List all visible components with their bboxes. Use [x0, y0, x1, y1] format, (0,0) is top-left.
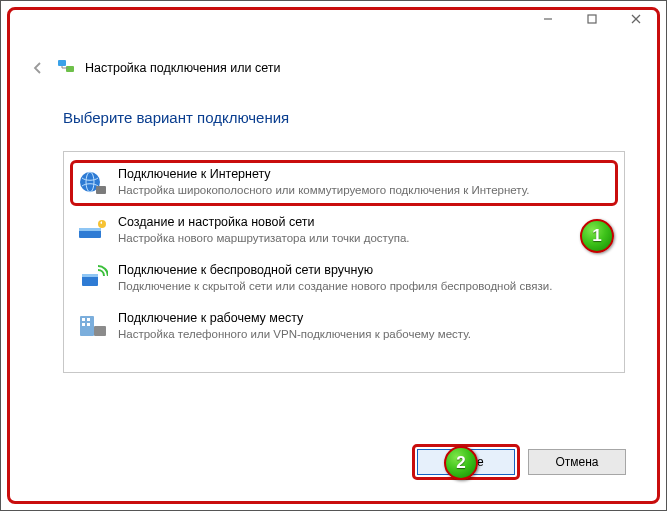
option-desc: Настройка широкополосного или коммутируе… — [118, 183, 529, 197]
option-desc: Настройка нового маршрутизатора или точк… — [118, 231, 410, 245]
wizard-title: Настройка подключения или сети — [85, 61, 281, 75]
svg-rect-4 — [58, 60, 66, 66]
svg-rect-19 — [94, 326, 106, 336]
maximize-button[interactable] — [570, 5, 614, 33]
option-internet-connection[interactable]: Подключение к Интернету Настройка широко… — [70, 160, 618, 206]
titlebar — [1, 1, 666, 37]
svg-rect-18 — [87, 323, 90, 326]
wizard-header: Настройка подключения или сети — [29, 57, 638, 78]
option-title: Подключение к Интернету — [118, 167, 529, 182]
option-wireless-manual[interactable]: Подключение к беспроводной сети вручную … — [70, 256, 618, 302]
options-panel: Подключение к Интернету Настройка широко… — [63, 151, 625, 373]
cancel-button[interactable]: Отмена — [528, 449, 626, 475]
workplace-icon — [76, 310, 108, 342]
callout-badge-2: 2 — [444, 446, 478, 480]
back-arrow-icon[interactable] — [29, 59, 47, 77]
svg-rect-8 — [96, 186, 106, 194]
svg-rect-5 — [66, 66, 74, 72]
option-desc: Подключение к скрытой сети или создание … — [118, 279, 552, 293]
option-title: Подключение к рабочему месту — [118, 311, 471, 326]
svg-rect-15 — [82, 318, 85, 321]
svg-rect-16 — [87, 318, 90, 321]
close-button[interactable] — [614, 5, 658, 33]
option-desc: Настройка телефонного или VPN-подключени… — [118, 327, 471, 341]
network-wizard-icon — [57, 57, 75, 78]
wireless-icon — [76, 262, 108, 294]
svg-rect-10 — [79, 228, 101, 231]
svg-rect-17 — [82, 323, 85, 326]
minimize-button[interactable] — [526, 5, 570, 33]
callout-badge-1: 1 — [580, 219, 614, 253]
option-title: Создание и настройка новой сети — [118, 215, 410, 230]
page-heading: Выберите вариант подключения — [63, 109, 289, 126]
option-title: Подключение к беспроводной сети вручную — [118, 263, 552, 278]
option-workplace[interactable]: Подключение к рабочему месту Настройка т… — [70, 304, 618, 350]
wizard-window: Настройка подключения или сети Выберите … — [0, 0, 667, 511]
globe-icon — [76, 166, 108, 198]
svg-rect-13 — [82, 274, 98, 277]
svg-rect-1 — [588, 15, 596, 23]
option-new-network[interactable]: Создание и настройка новой сети Настройк… — [70, 208, 618, 254]
router-icon — [76, 214, 108, 246]
